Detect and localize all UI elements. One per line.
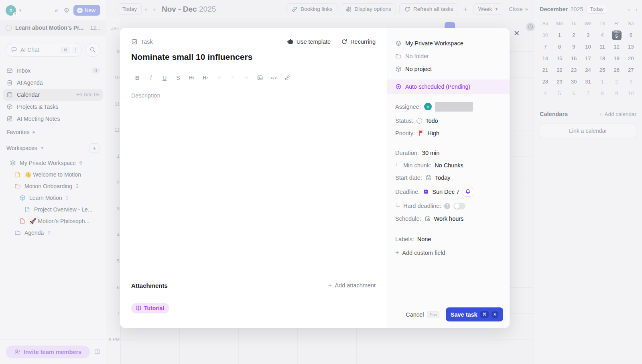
add-custom-field-button[interactable]: + Add custom field [387,245,510,260]
mini-cal-date[interactable]: 15 [553,53,567,64]
mini-cal-date[interactable]: 9 [609,87,624,99]
mini-cal-date[interactable]: 10 [624,87,638,99]
status-row[interactable]: Status: Todo [387,114,510,127]
mini-cal-date[interactable]: 12 [609,41,624,53]
close-panel-button[interactable]: Close » [506,6,528,12]
format-strike-button[interactable]: S [172,72,184,83]
mini-cal-date[interactable]: 19 [609,53,624,64]
tutorial-tag[interactable]: Tutorial [131,303,169,313]
format-check-list-button[interactable]: ≡ [240,72,252,83]
mini-cal-date[interactable]: 6 [624,29,638,41]
duration-row[interactable]: Duration: 30 min [387,146,510,159]
new-button[interactable]: + New [73,5,100,16]
sidebar-item-ai-meeting-notes[interactable]: AI Meeting Notes [3,113,103,125]
mini-cal-date[interactable]: 8 [553,41,567,53]
mini-cal-date[interactable]: 8 [595,87,609,99]
folder-selector[interactable]: No folder [387,50,510,63]
mini-cal-date[interactable]: 18 [595,53,609,64]
mini-cal-date[interactable]: 25 [595,64,609,76]
task-title-input[interactable]: Nominate small 10 influencers [131,52,376,62]
format-code-button[interactable]: </> [268,72,280,83]
mini-cal-date[interactable]: 24 [581,64,595,76]
mini-cal-date[interactable]: 22 [553,64,567,76]
settings-gear-icon[interactable]: ⚙ [62,6,71,15]
prev-week-chevron-icon[interactable]: ‹ [142,6,150,12]
tree-item--motion-s-philosoph-[interactable]: 🚀 Motion's Philosoph... [3,215,103,227]
refresh-all-tasks-button[interactable]: Refresh all tasks [399,3,458,15]
mini-cal-date[interactable]: 7 [538,41,553,53]
mini-cal-date[interactable]: 23 [567,64,581,76]
mini-cal-date[interactable]: 9 [567,41,581,53]
tree-item-project-overview-le-[interactable]: Project Overview - Le... [3,203,103,215]
mini-cal-date[interactable]: 5 [553,87,567,99]
mini-cal-date[interactable]: 6 [567,87,581,99]
mini-cal-date[interactable]: 2 [567,29,581,41]
next-week-chevron-icon[interactable]: › [150,6,158,12]
format-underline-button[interactable]: U [158,72,171,83]
add-calendar-button[interactable]: + Add calendar [599,111,636,117]
start-date-row[interactable]: Start date: Today [387,171,510,184]
recurring-button[interactable]: Recurring [341,39,376,45]
use-template-button[interactable]: Use template [287,39,331,45]
favorites-section[interactable]: Favorites ▶ [0,125,106,139]
task-type-selector[interactable]: Task [131,39,153,45]
format-h2-button[interactable]: H2 [199,72,211,83]
add-workspace-button[interactable]: + [89,143,100,153]
mini-cal-date[interactable]: 21 [538,64,553,76]
invite-team-members-button[interactable]: Invite team members [6,346,90,358]
tree-item--welcome-to-motion[interactable]: 👋 Welcome to Motion [3,169,103,180]
mini-cal-date[interactable]: 30 [567,76,581,87]
mini-cal-date[interactable]: 4 [538,87,553,99]
sidebar-item-projects-tasks[interactable]: Projects & Tasks [3,101,103,113]
mini-cal-date[interactable]: 11 [595,41,609,53]
mini-cal-date[interactable]: 1 [553,29,567,41]
view-mode-dropdown[interactable]: Week ▼ [473,3,503,15]
sidebar-item-inbox[interactable]: Inbox0 [3,65,103,77]
collapse-sidebar-button[interactable]: « [53,6,60,15]
mini-cal-date[interactable]: 7 [581,87,595,99]
tree-item-agenda[interactable]: Agenda2 [3,227,103,238]
mini-cal-date[interactable]: 26 [609,64,624,76]
format-italic-button[interactable]: I [145,72,157,83]
mini-cal-date[interactable]: 27 [624,64,638,76]
workspace-selector[interactable]: My Private Workspace [387,37,510,50]
format-image-button[interactable] [254,72,266,83]
assignee-row[interactable]: Assignee: n [387,99,510,114]
mini-cal-today-button[interactable]: Today [586,5,607,14]
project-selector[interactable]: No project [387,63,510,75]
mini-cal-date[interactable]: 4 [595,29,609,41]
mini-cal-date[interactable]: 29 [553,76,567,87]
format-bold-button[interactable]: B [131,72,143,83]
mini-cal-date[interactable]: 14 [538,53,553,64]
sidebar-item-ai-agenda[interactable]: AI Agenda [3,77,103,89]
mini-cal-prev-chevron-icon[interactable]: ‹ [628,6,630,12]
booking-links-button[interactable]: Booking links [286,3,337,15]
format-bullet-list-button[interactable]: ≡ [213,72,225,83]
format-h1-button[interactable]: H1 [186,72,198,83]
workspaces-section[interactable]: Workspaces ▼ + [0,139,106,157]
format-link-button[interactable] [281,72,293,83]
deadline-reminder-button[interactable] [463,187,473,197]
min-chunk-row[interactable]: Min chunk: No Chunks [387,159,510,171]
mini-cal-date[interactable]: 3 [581,29,595,41]
save-task-button[interactable]: Save task ⌘ S [446,307,503,321]
mini-cal-date[interactable]: 3 [624,76,638,87]
sidebar-item-calendar[interactable]: CalendarFri Dec 05 [3,89,103,101]
link-a-calendar-button[interactable]: Link a calendar [540,124,636,138]
mini-cal-date[interactable]: 20 [624,53,638,64]
mini-cal-date[interactable]: 2 [609,76,624,87]
labels-row[interactable]: Labels: None [387,233,510,245]
mini-cal-date[interactable]: 10 [581,41,595,53]
clock-button[interactable] [526,22,535,31]
mini-cal-next-chevron-icon[interactable]: › [636,6,637,12]
modal-close-button[interactable]: ✕ [514,29,520,38]
format-ordered-list-button[interactable]: ≡ [227,72,239,83]
hard-deadline-toggle[interactable] [453,203,465,209]
help-question-icon[interactable]: ? [444,203,450,209]
today-button[interactable]: Today [118,3,142,15]
auto-scheduled-row[interactable]: Auto-scheduled (Pending) [387,79,510,94]
user-avatar[interactable]: n G [6,5,16,16]
mini-cal-date[interactable]: 1 [595,76,609,87]
mini-cal-date[interactable]: 28 [538,76,553,87]
mini-cal-date[interactable]: 16 [567,53,581,64]
